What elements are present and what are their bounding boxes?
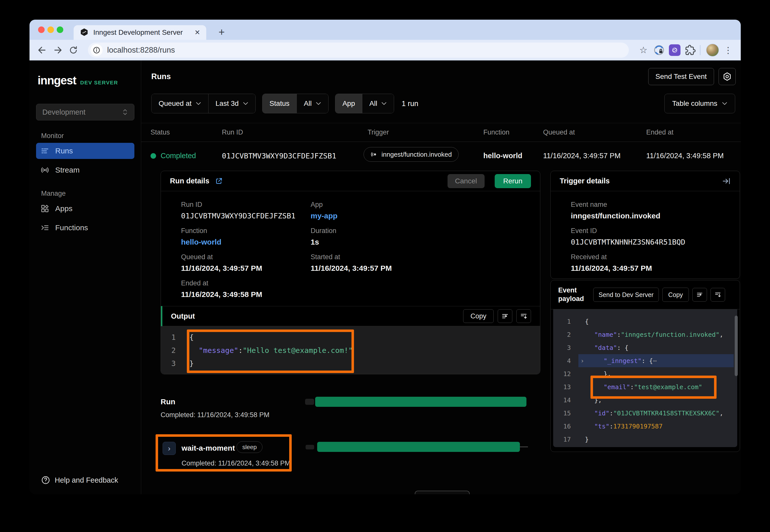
- code-line: 14},: [553, 393, 737, 407]
- close-window-button[interactable]: [38, 26, 45, 33]
- trigger-details-title: Trigger details: [560, 177, 610, 185]
- line-number: 14: [553, 396, 579, 404]
- external-link-icon[interactable]: [215, 177, 223, 185]
- payload-scrollbar[interactable]: [735, 316, 738, 376]
- code-line: 3"data": {: [553, 341, 737, 354]
- trigger-badge[interactable]: inngest/function.invoked: [364, 147, 459, 162]
- field-function: Function hello-world: [181, 227, 222, 246]
- back-icon[interactable]: [36, 44, 49, 57]
- code-token: : {: [642, 357, 653, 364]
- sidebar-item-runs[interactable]: Runs: [36, 143, 134, 159]
- code-line: 1{: [553, 315, 737, 328]
- extensions-puzzle-icon[interactable]: [684, 44, 697, 57]
- address-bar[interactable]: localhost:8288/runs: [88, 43, 629, 58]
- row-run-id[interactable]: 01JCVBTMV3WXY9D3CFDEJFZSB1: [222, 152, 336, 160]
- url-text[interactable]: localhost:8288/runs: [107, 46, 175, 55]
- help-and-feedback[interactable]: Help and Feedback: [41, 476, 118, 485]
- line-number: 13: [553, 383, 579, 391]
- fold-chevron-icon[interactable]: ›: [581, 357, 584, 364]
- forward-icon[interactable]: [51, 44, 64, 57]
- cut-off-button[interactable]: [415, 491, 470, 494]
- row-function[interactable]: hello-world: [483, 152, 522, 160]
- app-link[interactable]: my-app: [311, 212, 338, 220]
- function-link[interactable]: hello-world: [181, 238, 222, 246]
- copy-output-button[interactable]: Copy: [463, 309, 494, 323]
- event-payload-title: Event payload: [558, 286, 590, 303]
- step-expand-button[interactable]: ›: [162, 442, 176, 455]
- code-token: "message": [199, 346, 238, 355]
- send-to-dev-server-button[interactable]: Send to Dev Server: [593, 288, 659, 302]
- toolbar-divider: [700, 45, 700, 55]
- browser-toolbar: localhost:8288/runs ☆ ⋮: [29, 40, 741, 60]
- environment-selector[interactable]: Development: [36, 104, 134, 120]
- word-wrap-icon: [696, 291, 703, 298]
- rerun-button[interactable]: Rerun: [495, 174, 531, 188]
- chevron-down-icon: [196, 102, 201, 105]
- code-token: "ts": [594, 423, 610, 430]
- date-range-filter[interactable]: Last 3d: [208, 94, 256, 113]
- reload-icon[interactable]: [67, 44, 80, 57]
- sidebar-item-apps[interactable]: Apps: [36, 201, 134, 217]
- col-header-status[interactable]: Status: [150, 128, 170, 136]
- code-token: "id": [594, 410, 610, 417]
- invoke-icon: [370, 151, 378, 158]
- status-filter-value[interactable]: All: [297, 94, 328, 113]
- password-manager-extension-icon[interactable]: [653, 44, 666, 57]
- browser-menu-icon[interactable]: ⋮: [722, 44, 735, 57]
- code-token: {: [585, 318, 589, 325]
- maximize-window-button[interactable]: [57, 26, 63, 33]
- code-token: :: [610, 423, 613, 430]
- tab-strip: Inngest Development Server ✕ +: [29, 20, 741, 40]
- field-received-at: Received at 11/16/2024, 3:49:57 PM: [571, 253, 652, 273]
- timeline-run-completed: Completed: 11/16/2024, 3:49:58 PM: [160, 411, 270, 419]
- app-filter-value[interactable]: All: [362, 94, 394, 113]
- table-columns-button[interactable]: Table columns: [664, 94, 735, 113]
- output-code[interactable]: 1{2"message": "Hello test@example.com!"3…: [161, 326, 540, 374]
- field-app: App my-app: [311, 201, 338, 220]
- chevron-down-icon: [722, 102, 727, 105]
- purple-extension-icon[interactable]: [668, 44, 681, 57]
- scroll-down-icon: [520, 312, 527, 320]
- payload-code[interactable]: 1{2"name": "inngest/function.invoked",3"…: [553, 309, 737, 447]
- col-header-function[interactable]: Function: [483, 128, 509, 136]
- tab-close-icon[interactable]: ✕: [195, 29, 200, 36]
- dev-server-label: DEV SERVER: [80, 80, 118, 86]
- environment-selector-value: Development: [42, 108, 85, 116]
- col-header-trigger[interactable]: Trigger: [368, 128, 389, 136]
- line-number: 2: [553, 331, 579, 338]
- field-run-id: Run ID 01JCVBTMV3WXY9D3CFDEJFZSB1: [181, 201, 296, 220]
- code-line: 16"ts": 1731790197587: [553, 420, 737, 433]
- col-header-ended-at[interactable]: Ended at: [646, 128, 674, 136]
- col-header-queued-at[interactable]: Queued at: [543, 128, 575, 136]
- code-token: ,: [720, 410, 723, 417]
- copy-payload-button[interactable]: Copy: [662, 288, 689, 302]
- avatar[interactable]: [706, 44, 719, 57]
- line-number: 3: [553, 344, 579, 351]
- browser-tab[interactable]: Inngest Development Server ✕: [74, 25, 206, 40]
- bookmark-star-icon[interactable]: ☆: [637, 44, 650, 57]
- site-info-icon[interactable]: [90, 44, 103, 56]
- sidebar-item-functions[interactable]: Functions: [36, 220, 134, 236]
- cancel-button[interactable]: Cancel: [447, 174, 485, 188]
- output-title: Output: [171, 312, 195, 320]
- col-header-run-id[interactable]: Run ID: [222, 128, 243, 136]
- new-tab-button[interactable]: +: [216, 26, 228, 38]
- scroll-to-bottom-button[interactable]: [516, 309, 531, 323]
- code-line: 12},: [553, 367, 737, 380]
- collapse-panel-icon[interactable]: [722, 177, 731, 185]
- sidebar-item-stream[interactable]: Stream: [36, 162, 134, 178]
- payload-word-wrap-button[interactable]: [692, 288, 707, 302]
- filter-divider: [141, 123, 741, 123]
- step-bar-tail: [520, 446, 528, 447]
- filter-bar: Queued at Last 3d Status All: [151, 94, 418, 113]
- minimize-window-button[interactable]: [47, 26, 54, 33]
- word-wrap-button[interactable]: [498, 309, 512, 323]
- time-field-filter[interactable]: Queued at: [151, 94, 208, 113]
- payload-scroll-to-bottom-button[interactable]: [711, 288, 725, 302]
- settings-gear-button[interactable]: [719, 68, 736, 85]
- timeline-run-bar[interactable]: [315, 397, 526, 407]
- send-test-event-button[interactable]: Send Test Event: [648, 68, 714, 85]
- step-bar[interactable]: [317, 442, 520, 452]
- row-ended-at: 11/16/2024, 3:49:58 PM: [646, 152, 724, 160]
- word-wrap-icon: [501, 312, 509, 320]
